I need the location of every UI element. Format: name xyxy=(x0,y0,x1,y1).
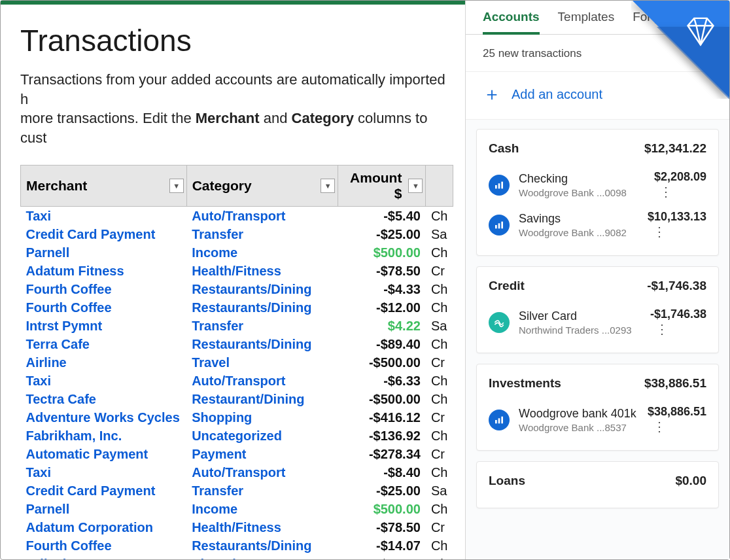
category-cell[interactable]: Auto/Transport xyxy=(186,206,338,225)
merchant-cell[interactable]: Tailspin Toys xyxy=(21,555,187,559)
table-row: TaxiAuto/Transport-$5.40Ch xyxy=(21,206,453,225)
merchant-cell[interactable]: Parnell xyxy=(21,243,187,262)
account-cell: Ch xyxy=(426,243,453,262)
account-row[interactable]: SavingsWoodgrove Bank ...9082$10,133.13⋮ xyxy=(489,205,706,245)
account-amount: -$1,746.38 xyxy=(650,307,706,321)
col-account xyxy=(426,165,453,206)
merchant-cell[interactable]: Credit Card Payment xyxy=(21,225,187,243)
amount-cell: -$8.40 xyxy=(338,463,426,481)
account-row[interactable]: Silver CardNorthwind Traders ...0293-$1,… xyxy=(489,302,706,342)
amount-cell: -$500.00 xyxy=(338,390,426,408)
add-account-button[interactable]: ＋ Add an account xyxy=(466,72,729,120)
amount-cell: -$416.12 xyxy=(338,408,426,427)
merchant-cell[interactable]: Fabrikham, Inc. xyxy=(21,427,187,445)
amount-cell: -$136.92 xyxy=(338,427,426,445)
category-cell[interactable]: Income xyxy=(186,500,338,518)
desc-line2b: and xyxy=(260,110,292,126)
account-more-button[interactable]: ⋮ xyxy=(654,321,670,337)
col-category[interactable]: Category ▼ xyxy=(186,165,338,206)
merchant-cell[interactable]: Fourth Coffee xyxy=(21,536,187,555)
category-cell[interactable]: Restaurants/Dining xyxy=(186,536,338,555)
account-subtitle: Woodgrove Bank ...8537 xyxy=(519,422,638,433)
group-title: Loans xyxy=(489,474,525,488)
category-cell[interactable]: Transfer xyxy=(186,481,338,500)
group-card: Investments$38,886.51Woodgrove bank 401k… xyxy=(476,364,719,451)
group-card: Loans$0.00 xyxy=(476,461,719,508)
merchant-cell[interactable]: Adatum Fitness xyxy=(21,262,187,280)
account-more-button[interactable]: ⋮ xyxy=(652,224,667,239)
svg-rect-3 xyxy=(495,225,497,228)
category-cell[interactable]: Travel xyxy=(186,353,338,372)
merchant-cell[interactable]: Fourth Coffee xyxy=(21,280,187,298)
filter-merchant-button[interactable]: ▼ xyxy=(169,179,184,193)
merchant-cell[interactable]: Airline xyxy=(21,353,187,372)
table-row: TaxiAuto/Transport-$8.40Ch xyxy=(21,463,453,481)
merchant-cell[interactable]: Adatum Corporation xyxy=(21,518,187,536)
table-row: TaxiAuto/Transport-$6.33Ch xyxy=(21,372,453,390)
desc-line2a: more transactions. Edit the xyxy=(20,110,196,126)
tab-templates[interactable]: Templates xyxy=(558,10,615,34)
amount-cell: -$78.50 xyxy=(338,518,426,536)
category-cell[interactable]: Health/Fitness xyxy=(186,518,338,536)
category-cell[interactable]: Auto/Transport xyxy=(186,372,338,390)
merchant-cell[interactable]: Terra Cafe xyxy=(21,335,187,353)
table-row: Intrst PymntTransfer$4.22Sa xyxy=(21,317,453,335)
category-cell[interactable]: Transfer xyxy=(186,225,338,243)
account-more-button[interactable]: ⋮ xyxy=(658,184,674,200)
merchant-cell[interactable]: Taxi xyxy=(21,463,187,481)
sync-status-row: 25 new transactions xyxy=(466,35,729,72)
category-cell[interactable]: Health/Fitness xyxy=(186,262,338,280)
account-more-button[interactable]: ⋮ xyxy=(652,419,667,434)
merchant-cell[interactable]: Parnell xyxy=(21,500,187,518)
category-cell[interactable]: Uncategorized xyxy=(186,427,338,445)
category-cell[interactable]: Shopping xyxy=(186,408,338,427)
category-cell[interactable]: Restaurants/Dining xyxy=(186,298,338,317)
col-amount-label: Amount $ xyxy=(350,170,402,201)
table-row: AirlineTravel-$500.00Cr xyxy=(21,353,453,372)
category-cell[interactable]: Shopping xyxy=(186,555,338,559)
side-panel: Accounts Templates For you 25 new transa… xyxy=(465,1,729,559)
category-cell[interactable]: Payment xyxy=(186,445,338,463)
amount-cell: -$6.33 xyxy=(338,372,426,390)
category-cell[interactable]: Auto/Transport xyxy=(186,463,338,481)
merchant-cell[interactable]: Taxi xyxy=(21,206,187,225)
group-total: $38,886.51 xyxy=(644,376,706,391)
col-amount[interactable]: Amount $ ▼ xyxy=(338,165,426,206)
account-row[interactable]: Woodgrove bank 401kWoodgrove Bank ...853… xyxy=(489,400,706,440)
merchant-cell[interactable]: Credit Card Payment xyxy=(21,481,187,500)
account-cell: Ch xyxy=(426,427,453,445)
table-row: Tailspin ToysShopping-$32.53Ch xyxy=(21,555,453,559)
table-row: Fourth CoffeeRestaurants/Dining-$14.07Ch xyxy=(21,536,453,555)
merchant-cell[interactable]: Automatic Payment xyxy=(21,445,187,463)
group-title: Credit xyxy=(489,279,525,293)
category-cell[interactable]: Restaurants/Dining xyxy=(186,280,338,298)
col-merchant[interactable]: Merchant ▼ xyxy=(21,165,187,206)
merchant-cell[interactable]: Fourth Coffee xyxy=(21,298,187,317)
account-cell: Cr xyxy=(426,445,453,463)
category-cell[interactable]: Restaurants/Dining xyxy=(186,335,338,353)
merchant-cell[interactable]: Intrst Pymnt xyxy=(21,317,187,335)
account-icon xyxy=(489,312,510,333)
merchant-cell[interactable]: Tectra Cafe xyxy=(21,390,187,408)
filter-category-button[interactable]: ▼ xyxy=(321,179,335,193)
amount-cell: -$25.00 xyxy=(338,481,426,500)
table-row: Terra CafeRestaurants/Dining-$89.40Ch xyxy=(21,335,453,353)
amount-cell: -$500.00 xyxy=(338,353,426,372)
page-title: Transactions xyxy=(20,23,453,58)
category-cell[interactable]: Income xyxy=(186,243,338,262)
merchant-cell[interactable]: Adventure Works Cycles xyxy=(21,408,187,427)
account-icon xyxy=(489,215,510,236)
svg-rect-4 xyxy=(498,223,500,228)
table-row: Adatum CorporationHealth/Fitness-$78.50C… xyxy=(21,518,453,536)
amount-cell: -$12.00 xyxy=(338,298,426,317)
category-cell[interactable]: Transfer xyxy=(186,317,338,335)
merchant-cell[interactable]: Taxi xyxy=(21,372,187,390)
filter-amount-button[interactable]: ▼ xyxy=(408,179,423,193)
table-row: Automatic PaymentPayment-$278.34Cr xyxy=(21,445,453,463)
group-title: Cash xyxy=(489,141,519,156)
account-row[interactable]: CheckingWoodgrove Bank ...0098$2,208.09⋮ xyxy=(489,165,706,205)
category-cell[interactable]: Restaurant/Dining xyxy=(186,390,338,408)
add-account-label: Add an account xyxy=(512,87,602,102)
tab-accounts[interactable]: Accounts xyxy=(483,10,540,35)
tab-for-you[interactable]: For you xyxy=(633,10,674,34)
